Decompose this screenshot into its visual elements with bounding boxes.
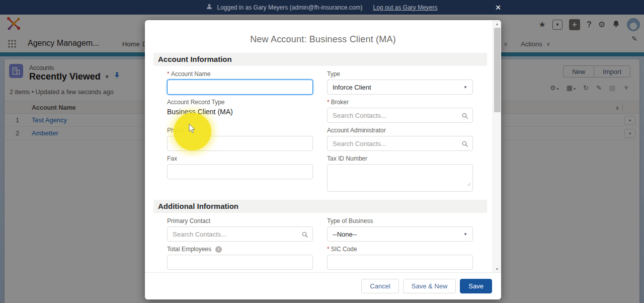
record-type-label: Account Record Type [167,99,225,106]
field-account-record-type: Account Record Type Business Client (MA) [167,99,313,127]
sic-code-input[interactable] [327,255,473,270]
resize-grip-icon[interactable] [467,179,471,188]
required-marker: * [167,70,170,78]
scroll-down-button[interactable]: ▼ [493,265,501,272]
account-name-input[interactable] [167,80,313,95]
primary-contact-search-input[interactable] [167,226,313,242]
fax-input[interactable] [167,164,313,179]
field-fax: Fax [167,155,313,183]
login-as-content: Logged in as Gary Meyers (admin@fh-insur… [0,0,644,15]
scrollbar-thumb[interactable] [494,28,501,112]
new-account-modal: New Account: Business Client (MA) Accoun… [145,20,501,299]
phone-input[interactable] [167,136,313,151]
account-information-grid: * Account Name Type Inforce Client ▼ [167,70,473,192]
info-icon[interactable]: i [215,246,222,253]
required-marker: * [327,246,330,253]
field-type-of-business: Type of Business --None-- ▼ [327,217,473,246]
additional-information-grid: Primary Contact Type of [167,217,473,272]
save-button[interactable]: Save [460,279,492,293]
primary-contact-label: Primary Contact [167,217,210,224]
type-select[interactable]: Inforce Client ▼ [327,80,473,95]
tax-id-textarea[interactable] [327,164,473,192]
modal-scrollbar[interactable]: ▲ ▼ [493,20,501,272]
search-icon [302,231,308,240]
save-and-new-button[interactable]: Save & New [403,279,456,293]
scroll-down-icon: ▼ [496,267,499,271]
broker-label: Broker [331,99,349,106]
field-total-employees: Total Employees i [167,246,313,272]
field-phone: Phone [167,127,313,155]
scroll-up-button[interactable]: ▲ [493,20,501,27]
account-administrator-search-input[interactable] [327,136,473,151]
screen: ★ ▼ + ? ⚙ [0,0,644,303]
type-label: Type [327,70,340,78]
search-icon [462,112,468,121]
field-broker: * Broker [327,99,473,127]
logout-link[interactable]: Log out as Gary Meyers [373,4,437,11]
login-as-top-bar: Logged in as Gary Meyers (admin@fh-insur… [0,0,644,15]
chevron-down-icon: ▼ [463,232,467,237]
search-icon [462,140,468,149]
field-account-name: * Account Name [167,70,313,99]
total-employees-input[interactable] [167,255,313,270]
type-of-business-select[interactable]: --None-- ▼ [327,226,473,242]
field-sic-code: * SIC Code [327,246,473,272]
sic-code-label: SIC Code [331,246,357,253]
broker-search-input[interactable] [327,108,473,123]
account-name-label: Account Name [171,70,211,78]
total-employees-label: Total Employees [167,246,211,253]
field-account-administrator: Account Administrator [327,127,473,155]
type-of-business-label: Type of Business [327,217,373,224]
section-header-account-information: Account Information [153,53,487,66]
required-marker: * [327,99,330,106]
cancel-button[interactable]: Cancel [361,279,398,293]
section-header-additional-information: Additional Information [153,200,487,213]
logged-in-as-text: Logged in as Gary Meyers (admin@fh-insur… [217,4,362,11]
account-administrator-label: Account Administrator [327,127,386,134]
scroll-up-icon: ▲ [496,22,499,26]
modal-footer: Cancel Save & New Save [145,272,501,299]
phone-label: Phone [167,127,185,134]
type-of-business-value: --None-- [333,231,357,238]
person-icon [206,4,212,11]
type-select-value: Inforce Client [333,84,371,91]
modal-title: New Account: Business Client (MA) [145,34,501,45]
field-primary-contact: Primary Contact [167,217,313,246]
close-icon[interactable]: × [492,2,504,14]
field-tax-id: Tax ID Number [327,155,473,192]
field-type: Type Inforce Client ▼ [327,70,473,99]
modal-scroll-area: New Account: Business Client (MA) Accoun… [145,20,501,272]
fax-label: Fax [167,155,177,162]
tax-id-label: Tax ID Number [327,155,367,162]
record-type-value: Business Client (MA) [167,108,313,116]
chevron-down-icon: ▼ [463,85,467,90]
